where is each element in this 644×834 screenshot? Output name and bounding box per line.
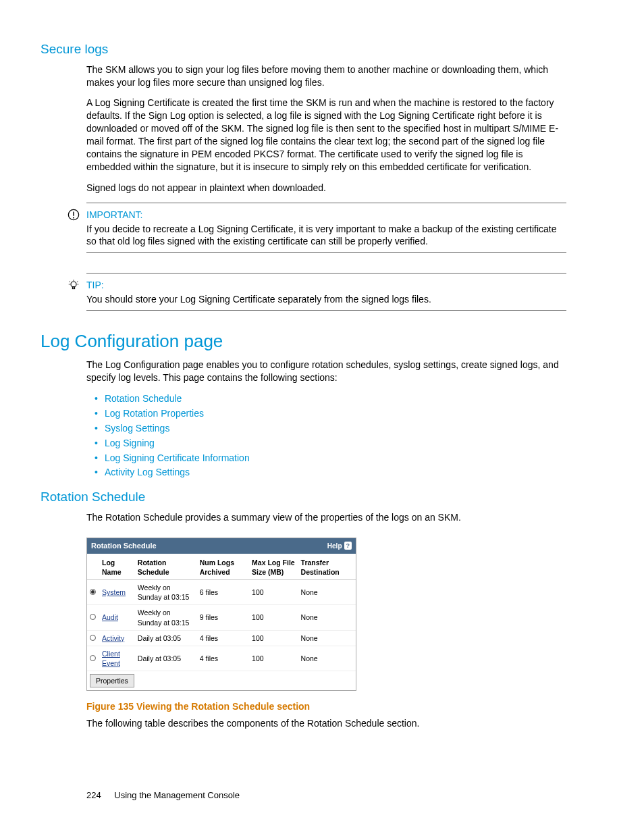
link-rotation-schedule[interactable]: Rotation Schedule <box>95 392 566 405</box>
paragraph: A Log Signing Certificate is created the… <box>86 97 566 173</box>
heading-log-configuration: Log Configuration page <box>41 330 566 353</box>
paragraph: The following table describes the compon… <box>86 717 566 730</box>
cell: Weekly on Sunday at 03:15 <box>135 580 197 605</box>
cell: 100 <box>249 646 298 671</box>
row-radio[interactable] <box>90 635 96 641</box>
panel-title: Rotation Schedule <box>91 541 157 551</box>
rotation-table: Log Name Rotation Schedule Num Logs Arch… <box>87 554 356 672</box>
cell: 100 <box>249 580 298 605</box>
row-radio[interactable] <box>90 655 96 661</box>
cell: None <box>298 646 356 671</box>
divider <box>86 310 566 311</box>
table-row: Activity Daily at 03:05 4 files 100 None <box>87 630 356 646</box>
important-icon <box>68 209 80 221</box>
cell: 4 files <box>197 646 249 671</box>
divider <box>86 273 566 273</box>
col-transfer: Transfer Destination <box>298 554 356 580</box>
col-log-name: Log Name <box>99 554 135 580</box>
paragraph: The SKM allows you to sign your log file… <box>86 63 566 89</box>
link-log-rotation-properties[interactable]: Log Rotation Properties <box>95 407 566 420</box>
svg-point-3 <box>71 282 76 287</box>
heading-secure-logs: Secure logs <box>41 41 566 58</box>
table-row: System Weekly on Sunday at 03:15 6 files… <box>87 580 356 605</box>
svg-rect-4 <box>72 287 74 289</box>
important-text: If you decide to recreate a Log Signing … <box>86 223 566 249</box>
cell: 100 <box>249 630 298 646</box>
log-name-link[interactable]: Activity <box>102 634 124 642</box>
paragraph: The Log Configuration page enables you t… <box>86 359 566 384</box>
col-num-logs: Num Logs Archived <box>197 554 249 580</box>
link-syslog-settings[interactable]: Syslog Settings <box>95 422 566 435</box>
figure-caption: Figure 135 Viewing the Rotation Schedule… <box>86 700 566 713</box>
cell: None <box>298 630 356 646</box>
table-row: Client Event Daily at 03:05 4 files 100 … <box>87 646 356 671</box>
log-name-link[interactable]: Audit <box>102 613 118 621</box>
svg-line-7 <box>77 282 78 282</box>
col-rotation-schedule: Rotation Schedule <box>135 554 197 580</box>
col-max-size: Max Log File Size (MB) <box>249 554 298 580</box>
row-radio[interactable] <box>90 614 96 620</box>
table-row: Audit Weekly on Sunday at 03:15 9 files … <box>87 605 356 630</box>
heading-rotation-schedule: Rotation Schedule <box>41 488 566 506</box>
properties-button[interactable]: Properties <box>90 674 134 687</box>
footer-text: Using the Management Console <box>114 790 240 800</box>
link-log-signing[interactable]: Log Signing <box>95 437 566 450</box>
section-links-list: Rotation Schedule Log Rotation Propertie… <box>95 392 566 479</box>
link-activity-log-settings[interactable]: Activity Log Settings <box>95 466 566 479</box>
divider <box>86 252 566 253</box>
important-label: IMPORTANT: <box>86 209 566 221</box>
figure-rotation-schedule: Rotation Schedule Help ? Log Name Rotati… <box>86 538 566 692</box>
cell: 4 files <box>197 630 249 646</box>
page-footer: 224 Using the Management Console <box>86 789 240 802</box>
help-icon: ? <box>344 542 352 550</box>
cell: 9 files <box>197 605 249 630</box>
cell: 100 <box>249 605 298 630</box>
cell: 6 files <box>197 580 249 605</box>
cell: None <box>298 580 356 605</box>
help-link[interactable]: Help ? <box>327 542 352 551</box>
cell: Weekly on Sunday at 03:15 <box>135 605 197 630</box>
tip-icon <box>68 279 80 291</box>
log-name-link[interactable]: System <box>102 588 126 596</box>
svg-line-6 <box>70 282 70 282</box>
page-number: 224 <box>86 790 101 800</box>
paragraph: Signed logs do not appear in plaintext w… <box>86 182 566 194</box>
cell: Daily at 03:05 <box>135 630 197 646</box>
cell: Daily at 03:05 <box>135 646 197 671</box>
divider <box>86 203 566 203</box>
link-log-signing-cert-info[interactable]: Log Signing Certificate Information <box>95 452 566 465</box>
paragraph: The Rotation Schedule provides a summary… <box>86 511 566 524</box>
tip-text: You should store your Log Signing Certif… <box>86 293 566 306</box>
cell: None <box>298 605 356 630</box>
log-name-link[interactable]: Client Event <box>102 650 120 667</box>
svg-point-2 <box>73 217 74 218</box>
tip-label: TIP: <box>86 279 566 292</box>
row-radio[interactable] <box>90 589 96 595</box>
help-label: Help <box>327 542 342 551</box>
